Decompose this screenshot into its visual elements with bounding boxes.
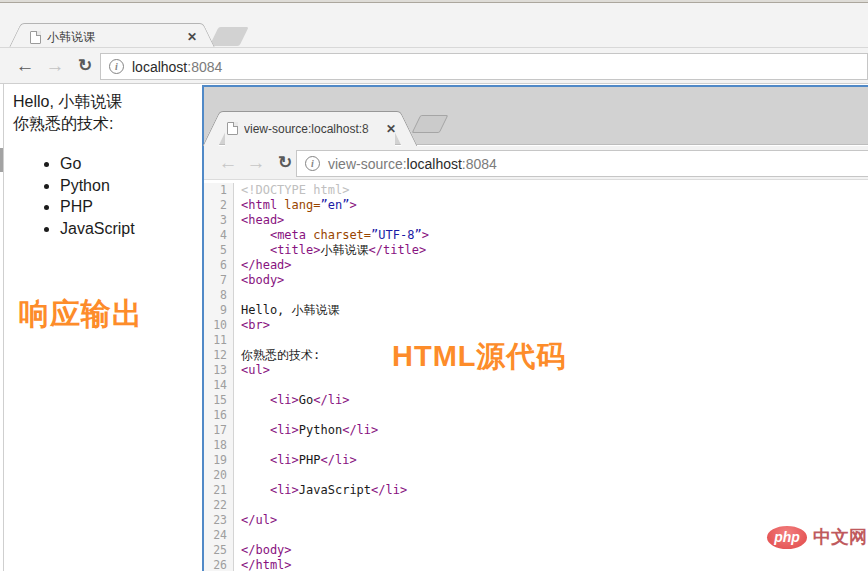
line-number: 15 <box>204 393 234 408</box>
line-code: </html> <box>234 558 292 571</box>
source-line: 14 <box>204 378 868 393</box>
site-info-icon[interactable]: i <box>109 59 124 74</box>
line-number: 1 <box>204 183 234 198</box>
outer-url: localhost:8084 <box>132 59 222 75</box>
line-number: 14 <box>204 378 234 393</box>
line-code: <li>Go</li> <box>234 393 349 408</box>
source-line: 9Hello, 小韩说课 <box>204 303 868 318</box>
line-code: Hello, 小韩说课 <box>234 303 340 318</box>
line-number: 23 <box>204 513 234 528</box>
source-line: 19 <li>PHP</li> <box>204 453 868 468</box>
line-code <box>234 528 241 543</box>
line-number: 16 <box>204 408 234 423</box>
line-number: 17 <box>204 423 234 438</box>
reload-button[interactable]: ↻ <box>73 57 97 74</box>
source-line: 18 <box>204 438 868 453</box>
source-line: 8 <box>204 288 868 303</box>
annotation-response-output: 响应输出 <box>19 294 143 335</box>
line-code: <body> <box>234 273 284 288</box>
line-code: <html lang=”en”> <box>234 198 357 213</box>
background-scrollbar-thumb[interactable] <box>0 148 3 172</box>
url-segment: :8084 <box>462 156 497 172</box>
url-segment: :8084 <box>187 59 222 75</box>
source-line: 26</html> <box>204 558 868 571</box>
source-line: 16 <box>204 408 868 423</box>
forward-button: → <box>43 56 67 75</box>
reload-button[interactable]: ↻ <box>273 154 297 171</box>
line-code: <head> <box>234 213 284 228</box>
inner-tab-title: view-source:localhost:8 <box>244 122 383 136</box>
php-cn-logo: php 中文网 <box>767 525 867 549</box>
source-line: 7<body> <box>204 273 868 288</box>
line-code: <title>小韩说课</title> <box>234 243 426 258</box>
line-number: 6 <box>204 258 234 273</box>
line-number: 4 <box>204 228 234 243</box>
line-number: 2 <box>204 198 234 213</box>
line-code <box>234 498 241 513</box>
inner-browser-tab[interactable]: view-source:localhost:8 ✕ <box>215 111 405 146</box>
source-line: 10<br> <box>204 318 868 333</box>
new-tab-button[interactable] <box>209 27 248 46</box>
line-code: <meta charset=”UTF-8”> <box>234 228 429 243</box>
url-segment: localhost <box>407 156 462 172</box>
back-button[interactable]: ← <box>13 56 37 75</box>
inner-address-bar[interactable]: i view-source:localhost:8084 <box>296 150 868 177</box>
line-number: 10 <box>204 318 234 333</box>
site-info-icon[interactable]: i <box>305 156 320 171</box>
close-tab-icon[interactable]: ✕ <box>383 122 399 136</box>
line-number: 13 <box>204 363 234 378</box>
source-line: 6</head> <box>204 258 868 273</box>
source-line: 2<html lang=”en”> <box>204 198 868 213</box>
back-button: ← <box>216 153 240 172</box>
new-tab-button[interactable] <box>412 115 449 133</box>
outer-tab-title: 小韩说课 <box>47 29 184 46</box>
tab-title-fade <box>365 122 383 136</box>
line-code: <!DOCTYPE html> <box>234 183 349 198</box>
line-code: </body> <box>234 543 292 558</box>
source-line: 22 <box>204 498 868 513</box>
line-number: 7 <box>204 273 234 288</box>
line-code: 你熟悉的技术: <box>234 348 320 363</box>
php-logo-badge: php <box>767 526 807 549</box>
line-code <box>234 438 241 453</box>
forward-button: → <box>244 153 268 172</box>
line-number: 8 <box>204 288 234 303</box>
line-code <box>234 408 241 423</box>
line-number: 12 <box>204 348 234 363</box>
annotation-html-source: HTML源代码 <box>392 337 567 377</box>
line-number: 3 <box>204 213 234 228</box>
line-number: 19 <box>204 453 234 468</box>
screen: 小韩说课 ✕ ← → ↻ i localhost:8084 Hello, 小韩说… <box>0 0 868 571</box>
page-file-icon <box>227 122 238 135</box>
url-segment: localhost <box>132 59 187 75</box>
source-line: 15 <li>Go</li> <box>204 393 868 408</box>
line-code: </head> <box>234 258 292 273</box>
line-number: 11 <box>204 333 234 348</box>
close-tab-icon[interactable]: ✕ <box>184 30 200 44</box>
line-number: 9 <box>204 303 234 318</box>
outer-address-bar[interactable]: i localhost:8084 <box>100 53 868 80</box>
inner-tab-strip: view-source:localhost:8 ✕ <box>204 87 868 145</box>
source-line: 3<head> <box>204 213 868 228</box>
line-code: <li>JavaScript</li> <box>234 483 407 498</box>
inner-url: view-source:localhost:8084 <box>328 156 497 172</box>
line-code: <li>PHP</li> <box>234 453 357 468</box>
line-code: <li>Python</li> <box>234 423 378 438</box>
line-code: <br> <box>234 318 270 333</box>
view-source-window: view-source:localhost:8 ✕ ← → ↻ i view-s… <box>202 85 868 571</box>
url-segment: view-source: <box>328 156 407 172</box>
line-number: 21 <box>204 483 234 498</box>
line-code: </ul> <box>234 513 277 528</box>
line-number: 24 <box>204 528 234 543</box>
line-number: 18 <box>204 438 234 453</box>
line-number: 26 <box>204 558 234 571</box>
page-file-icon <box>30 31 41 44</box>
line-number: 22 <box>204 498 234 513</box>
outer-tab-strip: 小韩说课 ✕ <box>0 3 868 47</box>
line-number: 20 <box>204 468 234 483</box>
line-number: 5 <box>204 243 234 258</box>
source-line: 20 <box>204 468 868 483</box>
source-line: 21 <li>JavaScript</li> <box>204 483 868 498</box>
source-line: 17 <li>Python</li> <box>204 423 868 438</box>
php-logo-text: 中文网 <box>813 525 867 549</box>
